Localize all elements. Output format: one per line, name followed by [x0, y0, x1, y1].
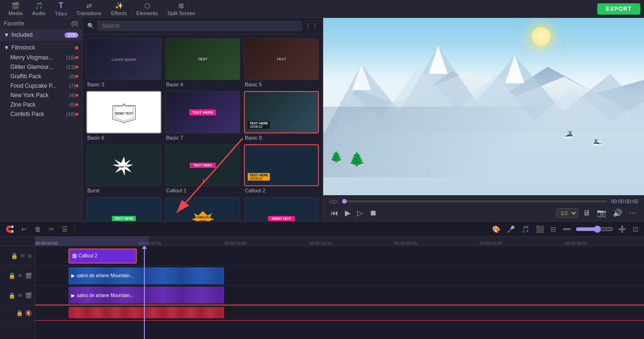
- category-name: Glitter Glamour...: [10, 64, 66, 70]
- category-count: (4): [69, 92, 75, 98]
- chevron-down-icon: ▼: [4, 32, 9, 38]
- title-item-basic7[interactable]: TEXT HERE Basic 7: [165, 91, 240, 140]
- more-options-button[interactable]: ⋯: [627, 207, 638, 218]
- category-dot: [75, 84, 78, 87]
- title-label-basic4: Basic 4: [165, 82, 240, 87]
- included-row[interactable]: ▼ Included 276: [0, 29, 82, 41]
- title-item-callout4[interactable]: TEMPLATE DEMO Callout 4: [165, 197, 240, 221]
- cut-button[interactable]: ✂: [47, 224, 56, 234]
- fit-button[interactable]: ⊡: [631, 224, 640, 234]
- time-display: 00:00:00:00: [611, 198, 638, 204]
- top-navigation: 🎬 Media 🎵 Audio T Titles ⇄ Transitions ✨…: [0, 0, 644, 18]
- track-lock-icon[interactable]: 🔒: [11, 253, 18, 259]
- pip-button[interactable]: ⊟: [549, 224, 558, 234]
- track-lock-icon2[interactable]: 🔒: [8, 273, 16, 279]
- snapshot-button[interactable]: 📷: [595, 207, 608, 218]
- video-clip-1[interactable]: ▶ salvo de artane Mountain...: [68, 267, 224, 284]
- category-count: (8): [69, 74, 75, 79]
- delete-button[interactable]: 🗑: [33, 224, 43, 234]
- nav-split-screen[interactable]: ⊞ Split Screen: [163, 0, 200, 18]
- nav-titles[interactable]: T Titles: [50, 0, 72, 18]
- track-visible-icon2[interactable]: 👁: [17, 273, 23, 279]
- progress-knob: [342, 199, 347, 204]
- video-track-1: ▶ salvo de artane Mountain...: [35, 266, 644, 286]
- export-button[interactable]: EXPORT: [597, 3, 640, 15]
- ruler-mark-30: 00:00:30:00: [565, 241, 587, 246]
- track-lock-icon3[interactable]: 🔒: [8, 292, 16, 299]
- title-item-basic6[interactable]: DEMO TEXT Basic 6: [86, 91, 161, 140]
- audio-clip[interactable]: [68, 307, 224, 318]
- category-new-york-pack[interactable]: New York Pack (4): [0, 91, 82, 100]
- subtitle-button[interactable]: ⬛: [534, 224, 546, 234]
- grid-icon[interactable]: ⋮⋮: [305, 22, 318, 30]
- voiceover-button[interactable]: 🎵: [519, 224, 531, 234]
- stop-button[interactable]: ⏹: [368, 208, 379, 218]
- category-glitter-glamour[interactable]: Glitter Glamour... (13): [0, 62, 82, 72]
- title-item-basic5[interactable]: TEXT Basic 5: [244, 38, 319, 87]
- ruler-mark-10: 00:00:10:00: [224, 241, 247, 246]
- track-visible-icon3[interactable]: 👁: [17, 292, 23, 299]
- nav-effects[interactable]: ✨ Effects: [106, 0, 131, 18]
- step-back-button[interactable]: ⏮: [329, 208, 340, 218]
- progress-bar[interactable]: [342, 200, 607, 202]
- clip-type-icon: T: [72, 254, 77, 258]
- magnet-button[interactable]: 🧲: [4, 224, 16, 234]
- category-name: Graffiti Pack: [10, 73, 69, 80]
- tree2-icon: 🌲: [349, 151, 365, 167]
- color-button[interactable]: 🎨: [490, 224, 502, 234]
- track-video-icon2[interactable]: 🎬: [25, 292, 32, 299]
- nav-transitions[interactable]: ⇄ Transitions: [72, 0, 106, 18]
- title-item-basic8[interactable]: TEXT HERE 20/06/16 Basic 8: [244, 91, 319, 140]
- search-input[interactable]: [97, 21, 302, 31]
- title-label-basic8: Basic 8: [244, 135, 319, 141]
- title-item-callout3[interactable]: TEXT HERE Callout 3: [86, 197, 161, 221]
- audio-lock-icon[interactable]: 🔒: [16, 310, 23, 316]
- video2-track-controls: 🔒 👁 🎬: [0, 286, 35, 306]
- prev-arrow[interactable]: ◁: [329, 198, 333, 205]
- zoom-slider[interactable]: [576, 225, 613, 233]
- list-button[interactable]: ☰: [60, 224, 70, 234]
- svg-text:DEMO TEXT: DEMO TEXT: [115, 112, 133, 115]
- audio-mute-icon[interactable]: 🔇: [25, 310, 32, 316]
- audio-button[interactable]: 🔊: [611, 207, 624, 218]
- svg-text:TEMPLATE: TEMPLATE: [197, 216, 209, 219]
- title-track: T Callout 2: [35, 246, 644, 266]
- title-item-callout1[interactable]: TEXT HERE Callout 1: [165, 144, 240, 193]
- track-visible-icon[interactable]: 👁: [20, 253, 25, 259]
- main-area: Favorite (0) ▼ Included 276 ▼ Filmstock …: [0, 18, 644, 221]
- category-graffiti-pack[interactable]: Graffiti Pack (8): [0, 72, 82, 81]
- title-item-basic4[interactable]: TEXT Basic 4: [165, 38, 240, 87]
- track-video-icon[interactable]: 🎬: [25, 273, 32, 279]
- title-item-burst[interactable]: DEMO TEXT Burst: [86, 144, 161, 193]
- play-button[interactable]: ▶: [343, 207, 352, 218]
- audio-track-button[interactable]: 🎤: [505, 224, 517, 234]
- title-item-callout5[interactable]: DEMO TEXT Callout 5: [244, 197, 319, 221]
- speed-select[interactable]: 1/2 1/1 2x: [556, 208, 578, 218]
- next-arrow[interactable]: ▷: [334, 198, 338, 205]
- fullscreen-button[interactable]: 🖥: [581, 208, 592, 218]
- category-zine-pack[interactable]: Zine Pack (8): [0, 100, 82, 109]
- undo-button[interactable]: ↩: [19, 224, 29, 234]
- plus-button[interactable]: ➕: [616, 224, 628, 234]
- category-food-cupcake[interactable]: Food Cupcake P... (7): [0, 81, 82, 91]
- category-merry-vlogmas[interactable]: Merry Vlogmas... (16): [0, 53, 82, 62]
- play-alt-button[interactable]: ▷: [355, 207, 365, 218]
- category-name: New York Pack: [10, 92, 69, 99]
- title-item-basic3[interactable]: Lorem ipsum Basic 3: [86, 38, 161, 87]
- included-label: Included: [11, 32, 33, 38]
- play-icon-2: ▶: [71, 293, 75, 298]
- nav-audio[interactable]: 🎵 Audio: [27, 0, 50, 18]
- title-thumb-basic7: TEXT HERE: [165, 91, 240, 133]
- nav-media[interactable]: 🎬 Media: [4, 0, 27, 18]
- title-item-callout2[interactable]: TEXT HERE 20/06/16 Callout 2: [244, 144, 319, 193]
- callout2-clip[interactable]: T Callout 2: [68, 248, 137, 264]
- nav-elements[interactable]: ⬡ Elements: [132, 0, 163, 18]
- category-name: Confetti Pack: [10, 111, 66, 117]
- favorite-row[interactable]: Favorite (0): [0, 18, 82, 29]
- track-add-icon[interactable]: ⊕: [27, 253, 32, 259]
- video-clip-2[interactable]: ▶ salvo de artane Mountain...: [68, 287, 224, 304]
- minus-button[interactable]: ➖: [561, 224, 573, 234]
- category-confetti-pack[interactable]: Confetti Pack (16): [0, 109, 82, 119]
- title-thumb-basic3: Lorem ipsum: [86, 38, 161, 80]
- filmstock-header[interactable]: ▼ Filmstock: [0, 42, 82, 53]
